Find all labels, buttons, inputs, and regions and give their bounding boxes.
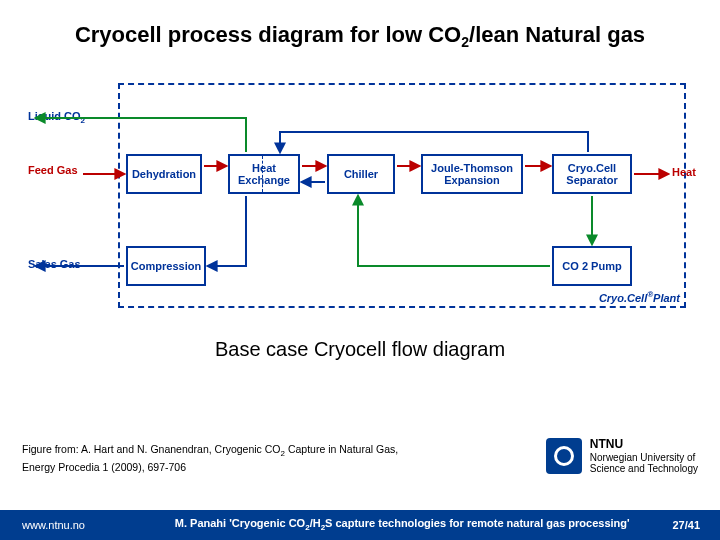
citation-2: Energy Procedia 1 (2009), 697-706	[22, 461, 186, 473]
slide-title: Cryocell process diagram for low CO2/lea…	[0, 22, 720, 50]
ntnu-logo-block: NTNU Norwegian University of Science and…	[546, 438, 698, 475]
ntnu-logo-text: NTNU Norwegian University of Science and…	[590, 438, 698, 475]
flow-hx-to-liquid-co2	[36, 118, 246, 152]
ntnu-logo-icon	[546, 438, 582, 474]
ntnu-line1: Norwegian University of	[590, 452, 698, 464]
figure-caption: Base case Cryocell flow diagram	[0, 338, 720, 361]
citation-1b: Capture in Natural Gas,	[285, 443, 398, 455]
figure-citation: Figure from: A. Hart and N. Gnanendran, …	[22, 442, 398, 474]
footer-page-number: 27/41	[672, 519, 700, 531]
process-diagram: Cryo.Cell®Plant Liquid CO2 Feed Gas Sale…	[28, 78, 692, 316]
slide: Cryocell process diagram for low CO2/lea…	[0, 0, 720, 540]
flow-pump-to-chiller	[358, 196, 550, 266]
title-text-b: /lean Natural gas	[469, 22, 645, 47]
citation-1a: Figure from: A. Hart and N. Gnanendran, …	[22, 443, 281, 455]
title-sub: 2	[461, 34, 469, 50]
footer-title-a: M. Panahi 'Cryogenic CO	[175, 517, 305, 529]
flow-hx-to-compression	[208, 196, 246, 266]
footer-url: www.ntnu.no	[22, 519, 132, 531]
slide-footer: www.ntnu.no M. Panahi 'Cryogenic CO2/H2S…	[0, 510, 720, 540]
flow-separator-to-hx-return	[280, 132, 588, 152]
footer-title: M. Panahi 'Cryogenic CO2/H2S capture tec…	[132, 517, 672, 532]
ntnu-line2: Science and Technology	[590, 463, 698, 475]
title-text-a: Cryocell process diagram for low CO	[75, 22, 461, 47]
footer-title-b: /H	[310, 517, 321, 529]
ntnu-acronym: NTNU	[590, 438, 698, 452]
footer-title-c: S capture technologies for remote natura…	[325, 517, 630, 529]
flow-arrows	[28, 78, 692, 316]
